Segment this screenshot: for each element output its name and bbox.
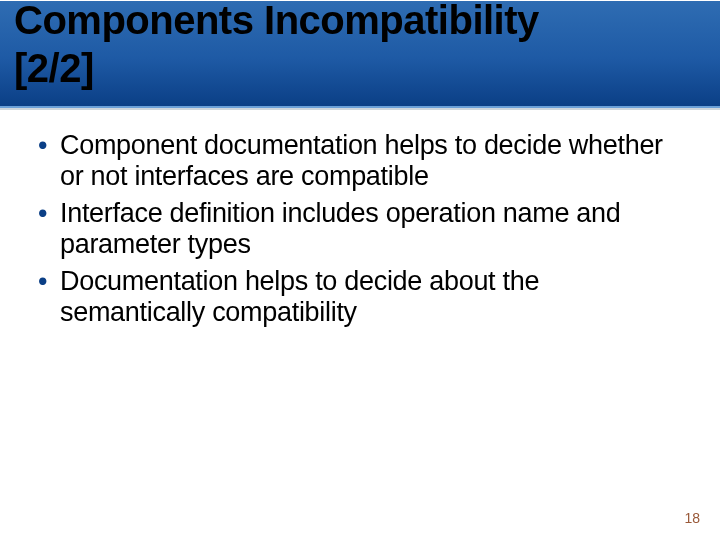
slide-content: Component documentation helps to decide … bbox=[0, 108, 720, 328]
list-item: Interface definition includes operation … bbox=[34, 198, 686, 260]
slide-title: Components Incompatibility [2/2] bbox=[14, 0, 539, 92]
slide-title-line1: Components Incompatibility bbox=[14, 0, 539, 42]
page-number: 18 bbox=[684, 510, 700, 526]
slide-title-line2: [2/2] bbox=[14, 46, 94, 90]
bullet-text: Component documentation helps to decide … bbox=[60, 130, 663, 191]
title-band: Components Incompatibility [2/2] bbox=[0, 0, 720, 108]
list-item: Documentation helps to decide about the … bbox=[34, 266, 686, 328]
bullet-text: Documentation helps to decide about the … bbox=[60, 266, 539, 327]
bullet-text: Interface definition includes operation … bbox=[60, 198, 620, 259]
bullet-list: Component documentation helps to decide … bbox=[34, 130, 686, 328]
list-item: Component documentation helps to decide … bbox=[34, 130, 686, 192]
